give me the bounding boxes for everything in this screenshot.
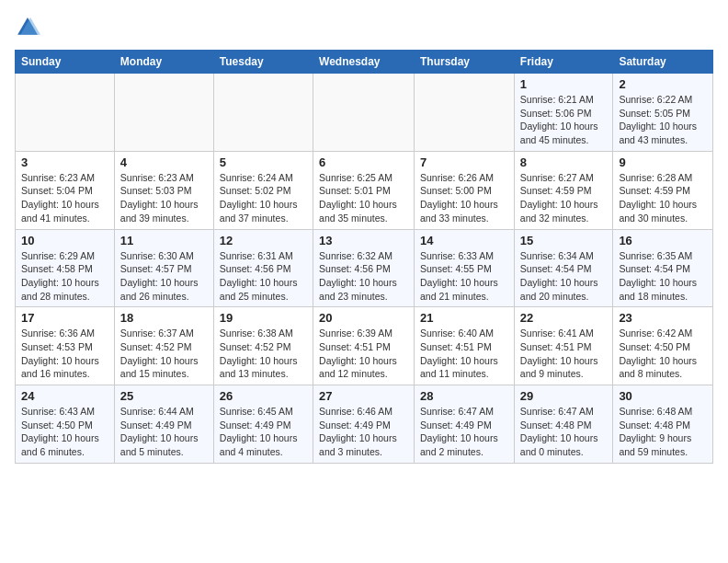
day-number: 4 bbox=[120, 155, 208, 169]
calendar-cell: 4Sunrise: 6:23 AM Sunset: 5:03 PM Daylig… bbox=[114, 151, 213, 229]
day-number: 6 bbox=[319, 155, 408, 169]
day-info: Sunrise: 6:47 AM Sunset: 4:48 PM Dayligh… bbox=[520, 405, 608, 459]
calendar-cell: 3Sunrise: 6:23 AM Sunset: 5:04 PM Daylig… bbox=[16, 151, 115, 229]
day-number: 13 bbox=[319, 234, 408, 247]
day-info: Sunrise: 6:23 AM Sunset: 5:03 PM Dayligh… bbox=[120, 171, 208, 225]
logo-icon bbox=[15, 15, 40, 40]
day-number: 26 bbox=[220, 389, 307, 403]
day-info: Sunrise: 6:39 AM Sunset: 4:51 PM Dayligh… bbox=[319, 327, 408, 381]
calendar-week-row: 10Sunrise: 6:29 AM Sunset: 4:58 PM Dayli… bbox=[16, 229, 713, 307]
calendar-cell: 20Sunrise: 6:39 AM Sunset: 4:51 PM Dayli… bbox=[313, 307, 415, 385]
day-number: 30 bbox=[619, 389, 707, 403]
day-number: 24 bbox=[21, 389, 108, 403]
weekday-header: Friday bbox=[514, 51, 613, 74]
calendar-cell: 1Sunrise: 6:21 AM Sunset: 5:06 PM Daylig… bbox=[514, 74, 613, 152]
day-number: 12 bbox=[220, 234, 307, 247]
calendar-cell: 12Sunrise: 6:31 AM Sunset: 4:56 PM Dayli… bbox=[213, 229, 313, 307]
calendar-table: SundayMondayTuesdayWednesdayThursdayFrid… bbox=[15, 50, 713, 464]
calendar-cell bbox=[313, 74, 415, 152]
weekday-header: Monday bbox=[114, 51, 213, 74]
day-number: 11 bbox=[120, 234, 208, 247]
day-info: Sunrise: 6:37 AM Sunset: 4:52 PM Dayligh… bbox=[120, 327, 208, 381]
day-number: 28 bbox=[420, 389, 508, 403]
calendar-cell: 22Sunrise: 6:41 AM Sunset: 4:51 PM Dayli… bbox=[514, 307, 613, 385]
day-info: Sunrise: 6:22 AM Sunset: 5:05 PM Dayligh… bbox=[619, 93, 707, 147]
day-info: Sunrise: 6:21 AM Sunset: 5:06 PM Dayligh… bbox=[520, 93, 608, 147]
day-info: Sunrise: 6:48 AM Sunset: 4:48 PM Dayligh… bbox=[619, 405, 707, 459]
day-info: Sunrise: 6:29 AM Sunset: 4:58 PM Dayligh… bbox=[21, 249, 108, 304]
day-info: Sunrise: 6:33 AM Sunset: 4:55 PM Dayligh… bbox=[420, 249, 508, 304]
day-info: Sunrise: 6:27 AM Sunset: 4:59 PM Dayligh… bbox=[520, 171, 608, 225]
day-info: Sunrise: 6:31 AM Sunset: 4:56 PM Dayligh… bbox=[220, 249, 307, 304]
calendar-cell: 13Sunrise: 6:32 AM Sunset: 4:56 PM Dayli… bbox=[313, 229, 415, 307]
day-info: Sunrise: 6:43 AM Sunset: 4:50 PM Dayligh… bbox=[21, 405, 108, 459]
calendar-cell: 11Sunrise: 6:30 AM Sunset: 4:57 PM Dayli… bbox=[114, 229, 213, 307]
day-number: 25 bbox=[120, 389, 208, 403]
day-number: 2 bbox=[619, 77, 707, 91]
calendar-cell bbox=[415, 74, 515, 152]
calendar-week-row: 17Sunrise: 6:36 AM Sunset: 4:53 PM Dayli… bbox=[16, 307, 713, 385]
calendar-cell bbox=[16, 74, 115, 152]
weekday-header: Saturday bbox=[613, 51, 713, 74]
calendar-cell: 24Sunrise: 6:43 AM Sunset: 4:50 PM Dayli… bbox=[16, 385, 115, 464]
page-header bbox=[15, 15, 713, 40]
day-number: 19 bbox=[220, 311, 307, 325]
day-info: Sunrise: 6:42 AM Sunset: 4:50 PM Dayligh… bbox=[619, 327, 707, 381]
day-number: 14 bbox=[420, 234, 508, 247]
day-number: 9 bbox=[619, 155, 707, 169]
day-info: Sunrise: 6:34 AM Sunset: 4:54 PM Dayligh… bbox=[520, 249, 608, 304]
day-info: Sunrise: 6:23 AM Sunset: 5:04 PM Dayligh… bbox=[21, 171, 108, 225]
day-number: 10 bbox=[21, 234, 108, 247]
calendar-cell: 15Sunrise: 6:34 AM Sunset: 4:54 PM Dayli… bbox=[514, 229, 613, 307]
calendar-cell bbox=[114, 74, 213, 152]
day-info: Sunrise: 6:46 AM Sunset: 4:49 PM Dayligh… bbox=[319, 405, 408, 459]
calendar-cell: 19Sunrise: 6:38 AM Sunset: 4:52 PM Dayli… bbox=[213, 307, 313, 385]
day-info: Sunrise: 6:32 AM Sunset: 4:56 PM Dayligh… bbox=[319, 249, 408, 304]
calendar-cell: 7Sunrise: 6:26 AM Sunset: 5:00 PM Daylig… bbox=[415, 151, 515, 229]
calendar-week-row: 1Sunrise: 6:21 AM Sunset: 5:06 PM Daylig… bbox=[16, 74, 713, 152]
calendar-cell: 6Sunrise: 6:25 AM Sunset: 5:01 PM Daylig… bbox=[313, 151, 415, 229]
day-number: 16 bbox=[619, 234, 707, 247]
day-number: 3 bbox=[21, 155, 108, 169]
calendar-cell: 28Sunrise: 6:47 AM Sunset: 4:49 PM Dayli… bbox=[415, 385, 515, 464]
day-number: 29 bbox=[520, 389, 608, 403]
day-info: Sunrise: 6:41 AM Sunset: 4:51 PM Dayligh… bbox=[520, 327, 608, 381]
day-number: 1 bbox=[520, 77, 608, 91]
day-info: Sunrise: 6:44 AM Sunset: 4:49 PM Dayligh… bbox=[120, 405, 208, 459]
day-number: 17 bbox=[21, 311, 108, 325]
weekday-header: Sunday bbox=[16, 51, 115, 74]
day-number: 22 bbox=[520, 311, 608, 325]
calendar-cell: 9Sunrise: 6:28 AM Sunset: 4:59 PM Daylig… bbox=[613, 151, 713, 229]
day-info: Sunrise: 6:36 AM Sunset: 4:53 PM Dayligh… bbox=[21, 327, 108, 381]
logo bbox=[15, 15, 44, 40]
day-number: 8 bbox=[520, 155, 608, 169]
calendar-cell: 10Sunrise: 6:29 AM Sunset: 4:58 PM Dayli… bbox=[16, 229, 115, 307]
calendar-cell: 8Sunrise: 6:27 AM Sunset: 4:59 PM Daylig… bbox=[514, 151, 613, 229]
day-number: 20 bbox=[319, 311, 408, 325]
calendar-cell: 30Sunrise: 6:48 AM Sunset: 4:48 PM Dayli… bbox=[613, 385, 713, 464]
day-info: Sunrise: 6:24 AM Sunset: 5:02 PM Dayligh… bbox=[220, 171, 307, 225]
day-number: 18 bbox=[120, 311, 208, 325]
day-number: 27 bbox=[319, 389, 408, 403]
day-number: 5 bbox=[220, 155, 307, 169]
calendar-cell: 16Sunrise: 6:35 AM Sunset: 4:54 PM Dayli… bbox=[613, 229, 713, 307]
calendar-cell: 23Sunrise: 6:42 AM Sunset: 4:50 PM Dayli… bbox=[613, 307, 713, 385]
day-info: Sunrise: 6:40 AM Sunset: 4:51 PM Dayligh… bbox=[420, 327, 508, 381]
calendar-cell: 26Sunrise: 6:45 AM Sunset: 4:49 PM Dayli… bbox=[213, 385, 313, 464]
day-number: 21 bbox=[420, 311, 508, 325]
day-number: 23 bbox=[619, 311, 707, 325]
day-info: Sunrise: 6:45 AM Sunset: 4:49 PM Dayligh… bbox=[220, 405, 307, 459]
calendar-week-row: 24Sunrise: 6:43 AM Sunset: 4:50 PM Dayli… bbox=[16, 385, 713, 464]
day-info: Sunrise: 6:26 AM Sunset: 5:00 PM Dayligh… bbox=[420, 171, 508, 225]
day-info: Sunrise: 6:35 AM Sunset: 4:54 PM Dayligh… bbox=[619, 249, 707, 304]
day-info: Sunrise: 6:38 AM Sunset: 4:52 PM Dayligh… bbox=[220, 327, 307, 381]
day-info: Sunrise: 6:28 AM Sunset: 4:59 PM Dayligh… bbox=[619, 171, 707, 225]
day-info: Sunrise: 6:30 AM Sunset: 4:57 PM Dayligh… bbox=[120, 249, 208, 304]
day-info: Sunrise: 6:25 AM Sunset: 5:01 PM Dayligh… bbox=[319, 171, 408, 225]
day-number: 15 bbox=[520, 234, 608, 247]
calendar-cell: 27Sunrise: 6:46 AM Sunset: 4:49 PM Dayli… bbox=[313, 385, 415, 464]
day-info: Sunrise: 6:47 AM Sunset: 4:49 PM Dayligh… bbox=[420, 405, 508, 459]
calendar-cell: 5Sunrise: 6:24 AM Sunset: 5:02 PM Daylig… bbox=[213, 151, 313, 229]
weekday-header: Thursday bbox=[415, 51, 515, 74]
calendar-cell: 14Sunrise: 6:33 AM Sunset: 4:55 PM Dayli… bbox=[415, 229, 515, 307]
